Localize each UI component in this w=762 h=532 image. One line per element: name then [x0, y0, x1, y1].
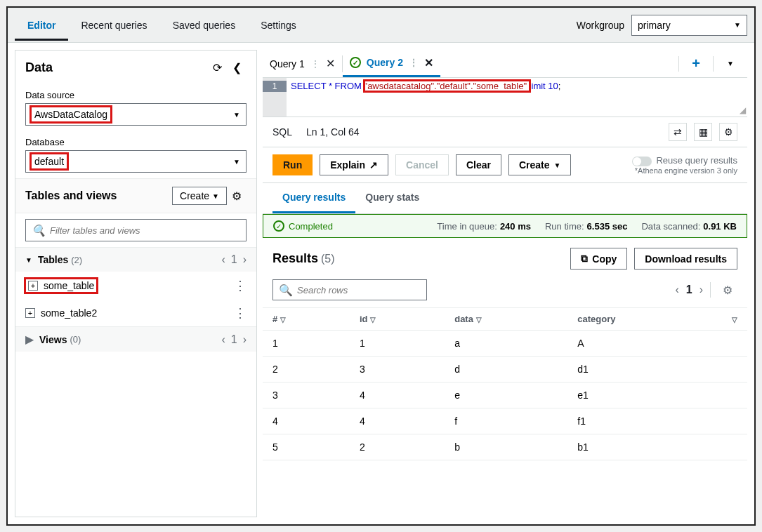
sidebar-title: Data [25, 60, 207, 75]
prev-page-icon[interactable]: ‹ [675, 284, 678, 296]
table-item-some-table[interactable]: + some_table ⋮ [15, 272, 256, 300]
tab-recent-queries[interactable]: Recent queries [68, 10, 159, 41]
views-page: 1 [231, 333, 237, 346]
datasource-label: Data source [25, 90, 247, 100]
search-rows-field[interactable] [297, 285, 421, 295]
table-name: some_table2 [41, 307, 97, 319]
collapse-sidebar-button[interactable]: ❮ [227, 58, 247, 77]
editor-cursor-pos: Ln 1, Col 64 [306, 126, 360, 138]
expand-icon[interactable]: + [28, 281, 38, 291]
query-tab-label: Query 1 [270, 58, 305, 69]
workgroup-select[interactable]: primary ▼ [631, 15, 747, 36]
prev-page-icon[interactable]: ‹ [221, 333, 225, 346]
run-button[interactable]: Run [272, 154, 313, 175]
external-icon: ↗ [369, 159, 378, 171]
search-icon: 🔍 [32, 224, 46, 237]
table-item-some-table2[interactable]: + some_table2 ⋮ [15, 300, 256, 326]
next-page-icon[interactable]: › [243, 253, 247, 266]
col-data[interactable]: data▽ [445, 308, 567, 331]
search-rows-input[interactable]: 🔍 [272, 279, 427, 300]
check-icon: ✓ [350, 57, 361, 68]
database-select[interactable]: default ▼ [25, 150, 247, 173]
cancel-button: Cancel [395, 154, 449, 175]
table-menu-icon[interactable]: ⋮ [234, 307, 247, 319]
sql-editor[interactable]: 1 SELECT * FROM "awsdatacatalog"."defaul… [263, 78, 747, 117]
refresh-button[interactable]: ⟳ [207, 58, 227, 77]
expand-icon[interactable]: + [25, 308, 35, 318]
cell-n: 2 [263, 357, 350, 383]
reuse-toggle[interactable] [632, 157, 652, 166]
cell-data: a [445, 331, 567, 357]
editor-lang: SQL [272, 126, 292, 138]
new-query-button[interactable]: + [686, 54, 706, 74]
close-tab-icon[interactable]: ✕ [424, 56, 433, 69]
filter-tables-input[interactable]: 🔍 [25, 219, 247, 241]
status-text: Completed [289, 221, 333, 232]
tables-count: (2) [71, 255, 82, 265]
close-tab-icon[interactable]: ✕ [326, 57, 335, 70]
table-row: 23dd1 [263, 357, 747, 383]
query-tab-2[interactable]: ✓ Query 2 ⋮ ✕ [343, 50, 440, 77]
col-id[interactable]: id▽ [350, 308, 445, 331]
query-tab-1[interactable]: Query 1 ⋮ ✕ [263, 50, 342, 77]
next-page-icon[interactable]: › [699, 284, 703, 296]
datasource-select[interactable]: AwsDataCatalog ▼ [25, 103, 247, 126]
tab-query-stats[interactable]: Query stats [355, 183, 429, 213]
tab-editor[interactable]: Editor [15, 10, 68, 41]
reuse-label: Reuse query results [656, 155, 737, 166]
caret-right-icon: ▶ [25, 333, 34, 346]
settings-icon[interactable]: ⚙ [227, 186, 247, 206]
grid-icon[interactable]: ▦ [694, 123, 712, 141]
cell-n: 3 [263, 383, 350, 408]
tab-menu-icon[interactable]: ⋮ [310, 58, 320, 69]
caret-down-icon: ▼ [554, 161, 561, 169]
action-bar: Run Explain ↗ Cancel Clear Create ▼ Reus… [263, 147, 747, 183]
resize-handle-icon[interactable]: ◢ [740, 105, 746, 115]
format-icon[interactable]: ⇄ [669, 123, 687, 141]
tables-group[interactable]: ▼ Tables (2) ‹ 1 › [15, 247, 256, 272]
results-title: Results [272, 251, 318, 266]
copy-button[interactable]: ⧉ Copy [570, 248, 627, 270]
tab-menu-icon[interactable]: ⋮ [409, 57, 419, 68]
caret-down-icon: ▼ [734, 21, 741, 29]
table-row: 52bb1 [263, 434, 747, 460]
results-tabs: Query results Query stats [263, 183, 747, 214]
col-extra[interactable]: ▽ [719, 308, 747, 331]
table-row: 34ee1 [263, 383, 747, 408]
prev-page-icon[interactable]: ‹ [221, 253, 225, 266]
database-value: default [32, 154, 67, 168]
cell-id: 4 [350, 383, 445, 408]
cell-n: 5 [263, 434, 350, 460]
col-hash[interactable]: #▽ [263, 308, 350, 331]
create-button[interactable]: Create ▼ [508, 154, 572, 175]
col-category[interactable]: category [567, 308, 719, 331]
table-menu-icon[interactable]: ⋮ [234, 279, 247, 292]
queue-value: 240 ms [500, 221, 531, 232]
tables-label: Tables [38, 254, 68, 265]
cell-id: 4 [350, 408, 445, 434]
tab-settings[interactable]: Settings [248, 10, 309, 41]
settings-icon[interactable]: ⚙ [719, 123, 737, 141]
cell-n: 1 [263, 331, 350, 357]
sort-icon: ▽ [370, 316, 376, 324]
filter-tables-field[interactable] [50, 225, 240, 236]
views-group[interactable]: ▶ Views (0) ‹ 1 › [15, 326, 256, 352]
results-settings-icon[interactable]: ⚙ [718, 280, 737, 300]
next-page-icon[interactable]: › [243, 333, 247, 346]
cell-category: A [567, 331, 719, 357]
explain-button[interactable]: Explain ↗ [320, 154, 388, 175]
clear-button[interactable]: Clear [456, 154, 501, 175]
cell-n: 4 [263, 408, 350, 434]
tab-options-button[interactable]: ▼ [721, 54, 740, 74]
cell-id: 3 [350, 357, 445, 383]
line-number: 1 [263, 81, 287, 92]
runtime-label: Run time: [545, 221, 584, 232]
views-label: Views [39, 334, 67, 345]
download-results-button[interactable]: Download results [634, 248, 737, 270]
create-table-view-button[interactable]: Create▼ [172, 187, 227, 205]
query-status: ✓ Completed Time in queue: 240 ms Run ti… [263, 214, 747, 238]
queue-label: Time in queue: [437, 221, 497, 232]
tab-saved-queries[interactable]: Saved queries [160, 10, 249, 41]
query-tabs: Query 1 ⋮ ✕ ✓ Query 2 ⋮ ✕ + ▼ [263, 50, 747, 78]
tab-query-results[interactable]: Query results [272, 183, 355, 213]
